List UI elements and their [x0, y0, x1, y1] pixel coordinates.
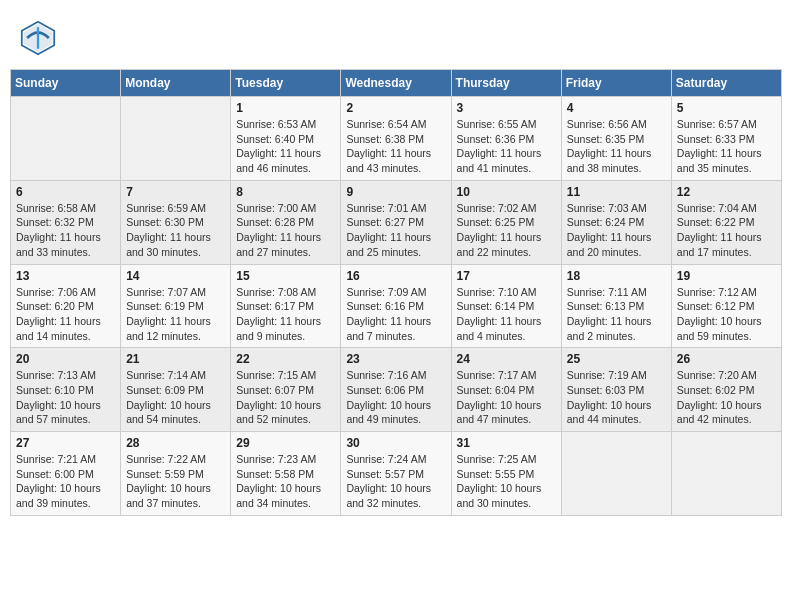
day-detail: Sunrise: 7:17 AMSunset: 6:04 PMDaylight:…	[457, 368, 556, 427]
calendar-week-3: 13Sunrise: 7:06 AMSunset: 6:20 PMDayligh…	[11, 264, 782, 348]
calendar-week-2: 6Sunrise: 6:58 AMSunset: 6:32 PMDaylight…	[11, 180, 782, 264]
day-detail: Sunrise: 7:20 AMSunset: 6:02 PMDaylight:…	[677, 368, 776, 427]
day-detail: Sunrise: 7:07 AMSunset: 6:19 PMDaylight:…	[126, 285, 225, 344]
calendar-cell: 11Sunrise: 7:03 AMSunset: 6:24 PMDayligh…	[561, 180, 671, 264]
calendar-header: SundayMondayTuesdayWednesdayThursdayFrid…	[11, 70, 782, 97]
day-number: 28	[126, 436, 225, 450]
day-detail: Sunrise: 7:25 AMSunset: 5:55 PMDaylight:…	[457, 452, 556, 511]
weekday-row: SundayMondayTuesdayWednesdayThursdayFrid…	[11, 70, 782, 97]
day-detail: Sunrise: 6:57 AMSunset: 6:33 PMDaylight:…	[677, 117, 776, 176]
logo-icon	[20, 20, 56, 56]
calendar-week-5: 27Sunrise: 7:21 AMSunset: 6:00 PMDayligh…	[11, 432, 782, 516]
calendar-cell: 5Sunrise: 6:57 AMSunset: 6:33 PMDaylight…	[671, 97, 781, 181]
calendar-cell	[561, 432, 671, 516]
calendar-cell: 20Sunrise: 7:13 AMSunset: 6:10 PMDayligh…	[11, 348, 121, 432]
day-detail: Sunrise: 7:15 AMSunset: 6:07 PMDaylight:…	[236, 368, 335, 427]
day-number: 31	[457, 436, 556, 450]
day-number: 20	[16, 352, 115, 366]
day-detail: Sunrise: 6:54 AMSunset: 6:38 PMDaylight:…	[346, 117, 445, 176]
weekday-header-saturday: Saturday	[671, 70, 781, 97]
calendar-cell: 17Sunrise: 7:10 AMSunset: 6:14 PMDayligh…	[451, 264, 561, 348]
calendar-week-4: 20Sunrise: 7:13 AMSunset: 6:10 PMDayligh…	[11, 348, 782, 432]
calendar-cell: 22Sunrise: 7:15 AMSunset: 6:07 PMDayligh…	[231, 348, 341, 432]
day-number: 5	[677, 101, 776, 115]
calendar-cell: 2Sunrise: 6:54 AMSunset: 6:38 PMDaylight…	[341, 97, 451, 181]
day-number: 9	[346, 185, 445, 199]
calendar-cell	[121, 97, 231, 181]
day-detail: Sunrise: 7:12 AMSunset: 6:12 PMDaylight:…	[677, 285, 776, 344]
day-number: 26	[677, 352, 776, 366]
calendar-cell: 27Sunrise: 7:21 AMSunset: 6:00 PMDayligh…	[11, 432, 121, 516]
calendar-cell: 7Sunrise: 6:59 AMSunset: 6:30 PMDaylight…	[121, 180, 231, 264]
day-detail: Sunrise: 7:23 AMSunset: 5:58 PMDaylight:…	[236, 452, 335, 511]
day-number: 27	[16, 436, 115, 450]
page-header	[10, 10, 782, 61]
weekday-header-thursday: Thursday	[451, 70, 561, 97]
day-number: 7	[126, 185, 225, 199]
day-number: 2	[346, 101, 445, 115]
calendar-cell: 30Sunrise: 7:24 AMSunset: 5:57 PMDayligh…	[341, 432, 451, 516]
day-detail: Sunrise: 6:53 AMSunset: 6:40 PMDaylight:…	[236, 117, 335, 176]
day-number: 18	[567, 269, 666, 283]
calendar-cell: 12Sunrise: 7:04 AMSunset: 6:22 PMDayligh…	[671, 180, 781, 264]
calendar-week-1: 1Sunrise: 6:53 AMSunset: 6:40 PMDaylight…	[11, 97, 782, 181]
day-number: 22	[236, 352, 335, 366]
day-detail: Sunrise: 7:02 AMSunset: 6:25 PMDaylight:…	[457, 201, 556, 260]
weekday-header-wednesday: Wednesday	[341, 70, 451, 97]
calendar-cell: 16Sunrise: 7:09 AMSunset: 6:16 PMDayligh…	[341, 264, 451, 348]
calendar-cell: 3Sunrise: 6:55 AMSunset: 6:36 PMDaylight…	[451, 97, 561, 181]
calendar-body: 1Sunrise: 6:53 AMSunset: 6:40 PMDaylight…	[11, 97, 782, 516]
day-number: 30	[346, 436, 445, 450]
day-number: 6	[16, 185, 115, 199]
calendar-cell: 29Sunrise: 7:23 AMSunset: 5:58 PMDayligh…	[231, 432, 341, 516]
day-number: 8	[236, 185, 335, 199]
calendar-cell: 15Sunrise: 7:08 AMSunset: 6:17 PMDayligh…	[231, 264, 341, 348]
day-detail: Sunrise: 6:55 AMSunset: 6:36 PMDaylight:…	[457, 117, 556, 176]
calendar-cell: 26Sunrise: 7:20 AMSunset: 6:02 PMDayligh…	[671, 348, 781, 432]
day-number: 15	[236, 269, 335, 283]
day-number: 4	[567, 101, 666, 115]
day-detail: Sunrise: 7:03 AMSunset: 6:24 PMDaylight:…	[567, 201, 666, 260]
calendar-cell: 25Sunrise: 7:19 AMSunset: 6:03 PMDayligh…	[561, 348, 671, 432]
day-number: 13	[16, 269, 115, 283]
day-number: 1	[236, 101, 335, 115]
calendar-cell: 31Sunrise: 7:25 AMSunset: 5:55 PMDayligh…	[451, 432, 561, 516]
day-number: 10	[457, 185, 556, 199]
day-detail: Sunrise: 7:00 AMSunset: 6:28 PMDaylight:…	[236, 201, 335, 260]
day-number: 24	[457, 352, 556, 366]
weekday-header-friday: Friday	[561, 70, 671, 97]
day-detail: Sunrise: 7:09 AMSunset: 6:16 PMDaylight:…	[346, 285, 445, 344]
calendar-cell	[671, 432, 781, 516]
calendar-cell: 9Sunrise: 7:01 AMSunset: 6:27 PMDaylight…	[341, 180, 451, 264]
day-number: 19	[677, 269, 776, 283]
calendar-cell: 21Sunrise: 7:14 AMSunset: 6:09 PMDayligh…	[121, 348, 231, 432]
day-number: 11	[567, 185, 666, 199]
calendar-cell: 1Sunrise: 6:53 AMSunset: 6:40 PMDaylight…	[231, 97, 341, 181]
day-number: 16	[346, 269, 445, 283]
calendar-cell: 4Sunrise: 6:56 AMSunset: 6:35 PMDaylight…	[561, 97, 671, 181]
day-number: 12	[677, 185, 776, 199]
day-detail: Sunrise: 7:08 AMSunset: 6:17 PMDaylight:…	[236, 285, 335, 344]
calendar-cell: 6Sunrise: 6:58 AMSunset: 6:32 PMDaylight…	[11, 180, 121, 264]
calendar-cell: 8Sunrise: 7:00 AMSunset: 6:28 PMDaylight…	[231, 180, 341, 264]
day-detail: Sunrise: 7:21 AMSunset: 6:00 PMDaylight:…	[16, 452, 115, 511]
day-detail: Sunrise: 7:01 AMSunset: 6:27 PMDaylight:…	[346, 201, 445, 260]
calendar-table: SundayMondayTuesdayWednesdayThursdayFrid…	[10, 69, 782, 516]
calendar-cell: 19Sunrise: 7:12 AMSunset: 6:12 PMDayligh…	[671, 264, 781, 348]
day-detail: Sunrise: 7:06 AMSunset: 6:20 PMDaylight:…	[16, 285, 115, 344]
calendar-cell	[11, 97, 121, 181]
day-detail: Sunrise: 7:13 AMSunset: 6:10 PMDaylight:…	[16, 368, 115, 427]
day-detail: Sunrise: 6:59 AMSunset: 6:30 PMDaylight:…	[126, 201, 225, 260]
calendar-cell: 23Sunrise: 7:16 AMSunset: 6:06 PMDayligh…	[341, 348, 451, 432]
day-detail: Sunrise: 6:58 AMSunset: 6:32 PMDaylight:…	[16, 201, 115, 260]
day-detail: Sunrise: 7:24 AMSunset: 5:57 PMDaylight:…	[346, 452, 445, 511]
day-detail: Sunrise: 7:04 AMSunset: 6:22 PMDaylight:…	[677, 201, 776, 260]
day-detail: Sunrise: 6:56 AMSunset: 6:35 PMDaylight:…	[567, 117, 666, 176]
calendar-cell: 18Sunrise: 7:11 AMSunset: 6:13 PMDayligh…	[561, 264, 671, 348]
calendar-cell: 24Sunrise: 7:17 AMSunset: 6:04 PMDayligh…	[451, 348, 561, 432]
day-number: 29	[236, 436, 335, 450]
day-number: 23	[346, 352, 445, 366]
calendar-cell: 10Sunrise: 7:02 AMSunset: 6:25 PMDayligh…	[451, 180, 561, 264]
day-number: 3	[457, 101, 556, 115]
day-number: 14	[126, 269, 225, 283]
